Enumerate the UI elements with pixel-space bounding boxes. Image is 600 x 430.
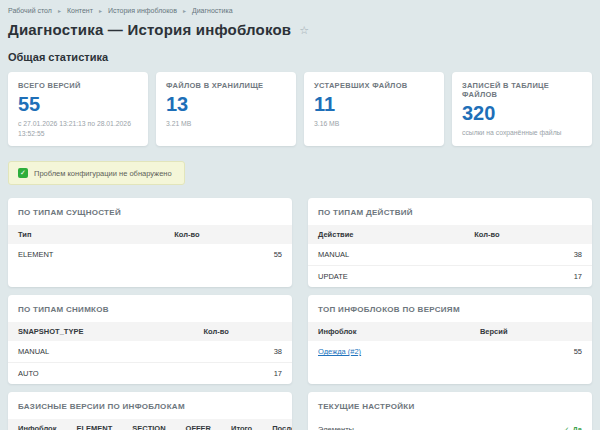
panel-title: ПО ТИПАМ ДЕЙСТВИЙ bbox=[308, 206, 592, 225]
stat-card-label: ФАЙЛОВ В ХРАНИЛИЩЕ bbox=[166, 81, 286, 90]
column-header-versions: Версий bbox=[470, 322, 592, 341]
panel-title: ПО ТИПАМ СНИМКОВ bbox=[8, 303, 292, 322]
setting-row-elements: Элементы ✓ Да bbox=[308, 419, 592, 430]
table-row: MANUAL 38 bbox=[308, 244, 592, 266]
setting-value: ✓ Да bbox=[564, 425, 582, 430]
column-header-total: Итого bbox=[221, 419, 262, 430]
breadcrumb-item-content[interactable]: Контент bbox=[67, 7, 93, 14]
breadcrumb-separator: ▸ bbox=[58, 7, 61, 14]
cell-count: 17 bbox=[464, 266, 592, 288]
column-header-iblock: Инфоблок bbox=[8, 419, 66, 430]
panel-title: ТОП ИНФОБЛОКОВ ПО ВЕРСИЯМ bbox=[308, 303, 592, 322]
column-header-count: Кол-во bbox=[194, 322, 292, 341]
cell-count: 55 bbox=[164, 244, 292, 265]
table-row: UPDATE 17 bbox=[308, 266, 592, 288]
cell-count: 55 bbox=[470, 341, 592, 362]
cell-action: MANUAL bbox=[308, 244, 464, 266]
stat-card-file-table-records: ЗАПИСЕЙ В ТАБЛИЦЕ ФАЙЛОВ 320 ссылки на с… bbox=[452, 72, 592, 146]
config-ok-notice: ✓ Проблем конфигурации не обнаружено bbox=[8, 161, 185, 185]
page-title: Диагностика — История инфоблоков bbox=[8, 21, 291, 38]
panel-snapshot-types: ПО ТИПАМ СНИМКОВ SNAPSHOT_TYPE Кол-во MA… bbox=[8, 295, 292, 384]
stat-card-value: 13 bbox=[166, 93, 286, 115]
cell-count: 38 bbox=[464, 244, 592, 266]
cell-count: 38 bbox=[194, 341, 292, 363]
table-row: ELEMENT 55 bbox=[8, 244, 292, 265]
favorite-star-icon[interactable]: ☆ bbox=[299, 24, 309, 37]
setting-value-text: Да bbox=[572, 425, 582, 430]
column-header-action: Действие bbox=[308, 225, 464, 244]
page: Рабочий стол ▸ Контент ▸ История инфобло… bbox=[0, 0, 600, 430]
panel-title: БАЗИСНЫЕ ВЕРСИИ ПО ИНФОБЛОКАМ bbox=[8, 400, 292, 419]
cell-count: 17 bbox=[194, 363, 292, 385]
panel-current-settings: ТЕКУЩИЕ НАСТРОЙКИ Элементы ✓ Да Разделы … bbox=[308, 392, 592, 430]
stat-cards: ВСЕГО ВЕРСИЙ 55 с 27.01.2026 13:21:13 по… bbox=[8, 72, 592, 146]
column-header-snapshot-type: SNAPSHOT_TYPE bbox=[8, 322, 194, 341]
panel-title: ПО ТИПАМ СУЩНОСТЕЙ bbox=[8, 206, 292, 225]
iblock-link[interactable]: Одежда (#2) bbox=[318, 347, 361, 356]
breadcrumb-item-diagnostics[interactable]: Диагностика bbox=[192, 7, 233, 14]
stat-card-subtext: с 27.01.2026 13:21:13 по 28.01.2026 13:5… bbox=[18, 119, 138, 138]
column-header-count: Кол-во bbox=[164, 225, 292, 244]
stat-card-label: ВСЕГО ВЕРСИЙ bbox=[18, 81, 138, 90]
column-header-section: SECTION bbox=[122, 419, 175, 430]
stat-card-value: 55 bbox=[18, 93, 138, 115]
notice-text: Проблем конфигурации не обнаружено bbox=[34, 169, 172, 178]
breadcrumb-separator: ▸ bbox=[99, 7, 102, 14]
cell-snapshot-type: MANUAL bbox=[8, 341, 194, 363]
breadcrumb-item-iblock-history[interactable]: История инфоблоков bbox=[108, 7, 177, 14]
stat-card-subtext: 3.21 MB bbox=[166, 119, 286, 129]
stat-card-value: 320 bbox=[462, 102, 582, 124]
panel-top-iblocks: ТОП ИНФОБЛОКОВ ПО ВЕРСИЯМ Инфоблок Верси… bbox=[308, 295, 592, 384]
stat-card-label: ЗАПИСЕЙ В ТАБЛИЦЕ ФАЙЛОВ bbox=[462, 81, 582, 99]
panel-entity-types: ПО ТИПАМ СУЩНОСТЕЙ Тип Кол-во ELEMENT 55 bbox=[8, 198, 292, 287]
column-header-last: Последний bbox=[262, 419, 292, 430]
stat-card-subtext: ссылки на сохранённые файлы bbox=[462, 128, 582, 138]
table-row: AUTO 17 bbox=[8, 363, 292, 385]
cell-snapshot-type: AUTO bbox=[8, 363, 194, 385]
section-heading: Общая статистика bbox=[8, 51, 592, 63]
column-header-type: Тип bbox=[8, 225, 164, 244]
stat-card-label: УСТАРЕВШИХ ФАЙЛОВ bbox=[314, 81, 434, 90]
column-header-offer: OFFER bbox=[176, 419, 221, 430]
breadcrumb-separator: ▸ bbox=[183, 7, 186, 14]
stat-card-total-versions: ВСЕГО ВЕРСИЙ 55 с 27.01.2026 13:21:13 по… bbox=[8, 72, 148, 146]
stat-card-obsolete-files: УСТАРЕВШИХ ФАЙЛОВ 11 3.16 MB bbox=[304, 72, 444, 146]
panels-grid: ПО ТИПАМ СУЩНОСТЕЙ Тип Кол-во ELEMENT 55 bbox=[8, 198, 592, 430]
cell-entity-type: ELEMENT bbox=[8, 244, 164, 265]
panel-title: ТЕКУЩИЕ НАСТРОЙКИ bbox=[308, 400, 592, 419]
table-row: MANUAL 38 bbox=[8, 341, 292, 363]
stat-card-value: 11 bbox=[314, 93, 434, 115]
column-header-element: ELEMENT bbox=[66, 419, 122, 430]
cell-action: UPDATE bbox=[308, 266, 464, 288]
table-row: Одежда (#2) 55 bbox=[308, 341, 592, 362]
check-icon: ✓ bbox=[18, 168, 28, 178]
breadcrumb-item-desktop[interactable]: Рабочий стол bbox=[8, 7, 52, 14]
panel-base-versions: БАЗИСНЫЕ ВЕРСИИ ПО ИНФОБЛОКАМ Инфоблок E… bbox=[8, 392, 292, 430]
check-icon: ✓ bbox=[564, 426, 570, 430]
column-header-iblock: Инфоблок bbox=[308, 322, 470, 341]
panel-action-types: ПО ТИПАМ ДЕЙСТВИЙ Действие Кол-во MANUAL… bbox=[308, 198, 592, 287]
breadcrumb: Рабочий стол ▸ Контент ▸ История инфобло… bbox=[8, 5, 592, 14]
stat-card-subtext: 3.16 MB bbox=[314, 119, 434, 129]
column-header-count: Кол-во bbox=[464, 225, 592, 244]
setting-label: Элементы bbox=[318, 425, 354, 430]
stat-card-files-in-storage: ФАЙЛОВ В ХРАНИЛИЩЕ 13 3.21 MB bbox=[156, 72, 296, 146]
